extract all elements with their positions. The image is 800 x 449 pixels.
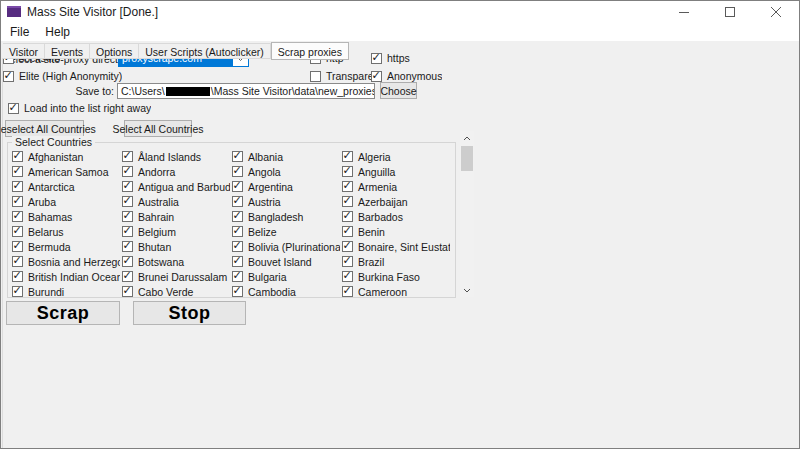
country-checkbox[interactable]: Austria bbox=[232, 194, 340, 209]
country-checkbox[interactable]: Cambodia bbox=[232, 284, 340, 299]
country-column-4: Algeria Anguilla Armenia Azerbaijan bbox=[342, 149, 458, 299]
country-checkbox[interactable]: Afghanistan bbox=[12, 149, 120, 164]
country-checkbox[interactable]: Algeria bbox=[342, 149, 450, 164]
stop-button[interactable]: Stop bbox=[133, 301, 246, 325]
country-label: Bahrain bbox=[138, 211, 174, 223]
country-checkbox[interactable]: Brazil bbox=[342, 254, 450, 269]
title-bar[interactable]: Mass Site Visitor [Done.] bbox=[1, 1, 799, 22]
checkbox-box bbox=[12, 181, 23, 192]
country-checkbox[interactable]: Bhutan bbox=[122, 239, 230, 254]
country-checkbox[interactable]: Antarctica bbox=[12, 179, 120, 194]
window-controls bbox=[661, 1, 799, 22]
app-icon bbox=[7, 6, 21, 17]
country-checkbox[interactable]: Bulgaria bbox=[232, 269, 340, 284]
country-checkbox[interactable]: Bahamas bbox=[12, 209, 120, 224]
country-list-scrollbar[interactable] bbox=[460, 131, 474, 297]
country-checkbox[interactable]: Åland Islands bbox=[122, 149, 230, 164]
checkbox-box bbox=[342, 286, 353, 297]
country-checkbox[interactable]: Armenia bbox=[342, 179, 450, 194]
menu-item[interactable]: Help bbox=[37, 22, 78, 41]
menu-bar: FileHelp bbox=[1, 22, 799, 41]
country-checkbox[interactable]: Barbados bbox=[342, 209, 450, 224]
close-button[interactable] bbox=[753, 1, 799, 22]
country-checkbox[interactable]: Antigua and Barbuda bbox=[122, 179, 230, 194]
country-checkbox[interactable]: Anguilla bbox=[342, 164, 450, 179]
country-label: Bahamas bbox=[28, 211, 72, 223]
maximize-button[interactable] bbox=[707, 1, 753, 22]
protocol-checkbox[interactable]: https bbox=[371, 52, 410, 64]
tab[interactable]: Events bbox=[45, 43, 90, 59]
country-checkbox[interactable]: Andorra bbox=[122, 164, 230, 179]
window-title: Mass Site Visitor [Done.] bbox=[27, 5, 158, 19]
checkbox-box bbox=[122, 286, 133, 297]
choose-button[interactable]: Choose bbox=[380, 82, 417, 99]
country-label: Bosnia and Herzegovina bbox=[28, 256, 120, 268]
country-checkbox[interactable]: Argentina bbox=[232, 179, 340, 194]
country-label: Belgium bbox=[138, 226, 176, 238]
tab[interactable]: Scrap proxies bbox=[271, 42, 349, 60]
country-checkbox[interactable]: Azerbaijan bbox=[342, 194, 450, 209]
country-checkbox[interactable]: Belarus bbox=[12, 224, 120, 239]
scrap-button[interactable]: Scrap bbox=[6, 301, 120, 325]
menu-item[interactable]: File bbox=[2, 22, 37, 41]
country-label: Brunei Darussalam bbox=[138, 271, 227, 283]
chevron-up-icon[interactable] bbox=[460, 131, 474, 145]
checkbox-box bbox=[342, 151, 353, 162]
country-label: Bolivia (Plurinational Stat bbox=[248, 241, 340, 253]
load-into-list-checkbox[interactable]: Load into the list right away bbox=[8, 102, 151, 114]
country-label: Australia bbox=[138, 196, 179, 208]
country-checkbox[interactable]: American Samoa bbox=[12, 164, 120, 179]
checkbox-box bbox=[12, 211, 23, 222]
country-checkbox[interactable]: Aruba bbox=[12, 194, 120, 209]
country-label: Bulgaria bbox=[248, 271, 287, 283]
country-checkbox[interactable]: Bangladesh bbox=[232, 209, 340, 224]
scrollbar-thumb[interactable] bbox=[461, 146, 473, 171]
checkbox-box bbox=[342, 271, 353, 282]
country-label: Armenia bbox=[358, 181, 397, 193]
anonymity-checkbox[interactable]: Anonymous bbox=[371, 70, 442, 82]
tab[interactable]: Options bbox=[90, 43, 139, 59]
checkbox-box bbox=[122, 151, 133, 162]
country-checkbox[interactable]: Bolivia (Plurinational Stat bbox=[232, 239, 340, 254]
select-all-countries-button[interactable]: Select All Countries bbox=[124, 120, 192, 137]
country-label: Anguilla bbox=[358, 166, 395, 178]
country-checkbox[interactable]: British Indian Ocean Territ bbox=[12, 269, 120, 284]
select-countries-group: Select Countries Afghanistan American Sa… bbox=[7, 142, 456, 298]
country-checkbox[interactable]: Belgium bbox=[122, 224, 230, 239]
checkbox-box bbox=[232, 286, 243, 297]
scrap-proxies-panel: Select a site-proxy directory: proxyscra… bbox=[2, 58, 799, 448]
chevron-down-icon[interactable] bbox=[460, 283, 474, 297]
country-checkbox[interactable]: Brunei Darussalam bbox=[122, 269, 230, 284]
country-checkbox[interactable]: Australia bbox=[122, 194, 230, 209]
country-checkbox[interactable]: Cabo Verde bbox=[122, 284, 230, 299]
country-checkbox[interactable]: Bahrain bbox=[122, 209, 230, 224]
tab[interactable]: Visitor bbox=[3, 43, 45, 59]
country-checkbox[interactable]: Belize bbox=[232, 224, 340, 239]
checkbox-box bbox=[122, 271, 133, 282]
checkbox-box bbox=[232, 196, 243, 207]
country-label: Aruba bbox=[28, 196, 56, 208]
country-label: Antarctica bbox=[28, 181, 75, 193]
save-path-field[interactable]: C:\Users\\Mass Site Visitor\data\new_pro… bbox=[117, 83, 375, 99]
country-checkbox[interactable]: Bosnia and Herzegovina bbox=[12, 254, 120, 269]
country-checkbox[interactable]: Bonaire, Sint Eustatius and bbox=[342, 239, 450, 254]
country-label: Afghanistan bbox=[28, 151, 83, 163]
country-checkbox[interactable]: Angola bbox=[232, 164, 340, 179]
country-checkbox[interactable]: Benin bbox=[342, 224, 450, 239]
save-path-prefix: C:\Users\ bbox=[121, 85, 165, 97]
tab[interactable]: User Scripts (Autoclicker) bbox=[139, 43, 270, 59]
country-label: Azerbaijan bbox=[358, 196, 408, 208]
checkbox-box bbox=[122, 196, 133, 207]
country-checkbox[interactable]: Burkina Faso bbox=[342, 269, 450, 284]
country-checkbox[interactable]: Burundi bbox=[12, 284, 120, 299]
minimize-button[interactable] bbox=[661, 1, 707, 22]
anonymity-checkbox[interactable]: Elite (High Anonymity) bbox=[3, 70, 122, 82]
country-checkbox[interactable]: Bouvet Island bbox=[232, 254, 340, 269]
country-checkbox[interactable]: Albania bbox=[232, 149, 340, 164]
checkbox-box bbox=[232, 151, 243, 162]
country-checkbox[interactable]: Botswana bbox=[122, 254, 230, 269]
country-checkbox[interactable]: Cameroon bbox=[342, 284, 450, 299]
deselect-all-countries-button[interactable]: Deselect All Countries bbox=[5, 120, 84, 137]
country-checkbox[interactable]: Bermuda bbox=[12, 239, 120, 254]
checkbox-box bbox=[342, 211, 353, 222]
